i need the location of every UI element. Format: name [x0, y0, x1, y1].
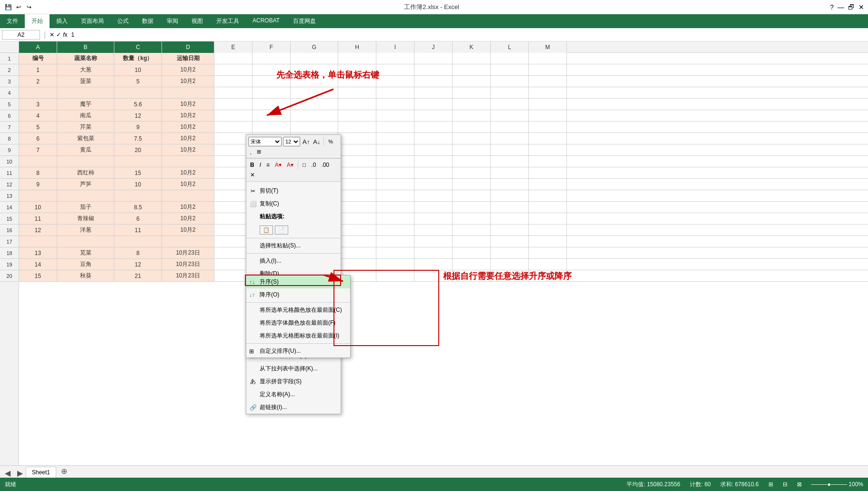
- cell-c9[interactable]: 20: [114, 144, 162, 155]
- row-num-18[interactable]: 18: [0, 247, 19, 259]
- col-header-f[interactable]: F: [252, 41, 291, 53]
- cell-g6[interactable]: [291, 110, 338, 121]
- cell-g5[interactable]: [291, 99, 338, 110]
- cell-h18[interactable]: [338, 247, 376, 258]
- tab-review[interactable]: 审阅: [160, 14, 185, 28]
- name-box[interactable]: [2, 30, 40, 40]
- cm-insert[interactable]: 插入(I)...: [246, 255, 341, 267]
- cell-a14[interactable]: 10: [19, 202, 57, 213]
- row-num-10[interactable]: 10: [0, 156, 19, 167]
- comma-icon[interactable]: ,: [248, 148, 253, 156]
- cell-i5[interactable]: [376, 99, 414, 110]
- border-btn[interactable]: □: [301, 161, 308, 169]
- cell-h14[interactable]: [338, 202, 376, 213]
- col-header-a[interactable]: A: [19, 41, 57, 53]
- cell-j2[interactable]: [414, 64, 453, 75]
- cell-a4[interactable]: [19, 87, 57, 98]
- cell-k8[interactable]: [453, 133, 491, 144]
- font-size-select[interactable]: 12: [283, 137, 300, 146]
- cell-m6[interactable]: [529, 110, 567, 121]
- cell-c11[interactable]: 15: [114, 167, 162, 178]
- cell-m12[interactable]: [529, 179, 567, 190]
- cm-dropdown[interactable]: 从下拉列表中选择(K)...: [246, 362, 341, 375]
- cell-j4[interactable]: [414, 87, 453, 98]
- cell-g7[interactable]: [291, 122, 338, 133]
- cell-d14[interactable]: 10月2: [162, 202, 214, 213]
- font-color-btn[interactable]: A▾: [285, 161, 295, 169]
- cell-i6[interactable]: [376, 110, 414, 121]
- cell-b2[interactable]: 大葱: [57, 64, 114, 75]
- cell-f2[interactable]: [252, 64, 291, 75]
- cell-d17[interactable]: [162, 236, 214, 247]
- col-header-c[interactable]: C: [114, 41, 162, 53]
- col-header-k[interactable]: K: [453, 41, 491, 53]
- cell-m20[interactable]: [529, 270, 567, 281]
- cell-l18[interactable]: [491, 247, 529, 258]
- view-page-icon[interactable]: ⊠: [797, 481, 802, 488]
- cell-m15[interactable]: [529, 213, 567, 224]
- cell-m7[interactable]: [529, 122, 567, 133]
- cell-a6[interactable]: 4: [19, 110, 57, 121]
- cell-a11[interactable]: 8: [19, 167, 57, 178]
- cell-j14[interactable]: [414, 202, 453, 213]
- row-num-14[interactable]: 14: [0, 202, 19, 213]
- cell-c7[interactable]: 9: [114, 122, 162, 133]
- cell-m11[interactable]: [529, 167, 567, 178]
- paste-icon-1[interactable]: 📋: [260, 225, 273, 235]
- cell-g3[interactable]: [291, 76, 338, 87]
- cell-j13[interactable]: [414, 190, 453, 201]
- cell-h2[interactable]: [338, 64, 376, 75]
- col-header-e[interactable]: E: [214, 41, 252, 53]
- cell-f5[interactable]: [252, 99, 291, 110]
- row-num-13[interactable]: 13: [0, 190, 19, 202]
- sm-sort-by-icon[interactable]: 将所选单元格图标放在最前面(I): [246, 329, 350, 342]
- cell-b3[interactable]: 菠菜: [57, 76, 114, 87]
- italic-btn[interactable]: I: [258, 161, 263, 169]
- cell-l3[interactable]: [491, 76, 529, 87]
- percent-icon[interactable]: %: [326, 138, 335, 145]
- cell-e3[interactable]: [214, 76, 252, 87]
- tab-file[interactable]: 文件: [0, 14, 25, 28]
- cancel-formula-icon[interactable]: ✕: [50, 31, 54, 38]
- cell-b10[interactable]: [57, 156, 114, 167]
- cm-phonetic[interactable]: あ显示拼音字段(S): [246, 375, 341, 388]
- cell-c5[interactable]: 5.6: [114, 99, 162, 110]
- cell-h8[interactable]: [338, 133, 376, 144]
- cell-h1[interactable]: [338, 53, 376, 64]
- cell-d12[interactable]: 10月2: [162, 179, 214, 190]
- row-num-5[interactable]: 5: [0, 99, 19, 110]
- cell-a13[interactable]: [19, 190, 57, 201]
- cell-c15[interactable]: 6: [114, 213, 162, 224]
- tab-acrobat[interactable]: ACROBAT: [246, 14, 286, 28]
- cell-l2[interactable]: [491, 64, 529, 75]
- cell-j1[interactable]: [414, 53, 453, 64]
- cell-m18[interactable]: [529, 247, 567, 258]
- cell-h3[interactable]: [338, 76, 376, 87]
- cell-j12[interactable]: [414, 179, 453, 190]
- cell-l12[interactable]: [491, 179, 529, 190]
- cell-i9[interactable]: [376, 144, 414, 155]
- cell-c13[interactable]: [114, 190, 162, 201]
- cell-m14[interactable]: [529, 202, 567, 213]
- cell-b11[interactable]: 西红柿: [57, 167, 114, 178]
- cell-l10[interactable]: [491, 156, 529, 167]
- cell-l9[interactable]: [491, 144, 529, 155]
- header-a[interactable]: 编号: [19, 53, 57, 64]
- cell-a9[interactable]: 7: [19, 144, 57, 155]
- cell-k1[interactable]: [453, 53, 491, 64]
- save-icon[interactable]: 💾: [4, 3, 12, 11]
- tab-baidu[interactable]: 百度网盘: [286, 14, 323, 28]
- cell-k17[interactable]: [453, 236, 491, 247]
- cell-j10[interactable]: [414, 156, 453, 167]
- cell-i17[interactable]: [376, 236, 414, 247]
- cell-i4[interactable]: [376, 87, 414, 98]
- cell-k6[interactable]: [453, 110, 491, 121]
- cell-m2[interactable]: [529, 64, 567, 75]
- cell-a17[interactable]: [19, 236, 57, 247]
- cell-k2[interactable]: [453, 64, 491, 75]
- cell-a5[interactable]: 3: [19, 99, 57, 110]
- cell-d2[interactable]: 10月2: [162, 64, 214, 75]
- cm-hyperlink[interactable]: 🔗超链接(I)...: [246, 401, 341, 414]
- cell-a3[interactable]: 2: [19, 76, 57, 87]
- confirm-formula-icon[interactable]: ✓: [56, 31, 61, 38]
